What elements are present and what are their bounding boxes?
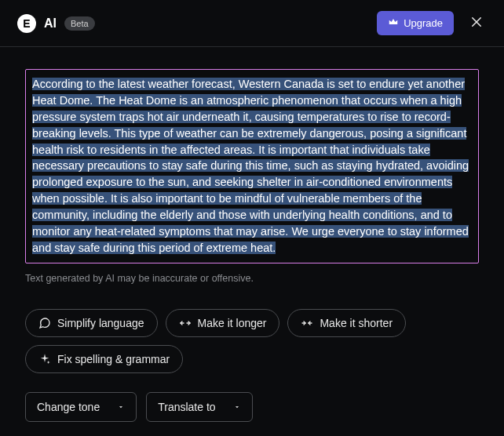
generated-text: According to the latest weather forecast… — [32, 76, 472, 256]
longer-label: Make it longer — [198, 317, 267, 329]
app-header: E AI Beta Upgrade — [0, 0, 504, 47]
close-button[interactable] — [466, 12, 487, 35]
simplify-label: Simplify language — [57, 317, 144, 329]
header-left: E AI Beta — [17, 14, 95, 33]
caret-down-icon — [117, 403, 125, 411]
header-right: Upgrade — [377, 11, 487, 35]
dropdown-row: Change tone Translate to — [25, 392, 479, 422]
elementor-logo: E — [17, 14, 36, 33]
caret-down-icon — [233, 403, 241, 411]
main-content: According to the latest weather forecast… — [0, 47, 504, 436]
simplify-language-button[interactable]: Simplify language — [25, 309, 158, 337]
fix-spelling-button[interactable]: Fix spelling & grammar — [25, 345, 183, 373]
shorter-label: Make it shorter — [320, 317, 393, 329]
logo-letter: E — [23, 17, 30, 30]
make-shorter-button[interactable]: Make it shorter — [287, 309, 406, 337]
change-tone-dropdown[interactable]: Change tone — [25, 392, 137, 422]
close-icon — [469, 15, 484, 31]
beta-badge: Beta — [64, 16, 95, 31]
collapse-horizontal-icon — [301, 317, 313, 329]
make-longer-button[interactable]: Make it longer — [166, 309, 280, 337]
expand-horizontal-icon — [179, 317, 192, 329]
upgrade-label: Upgrade — [404, 17, 443, 29]
chat-icon — [38, 317, 51, 329]
ai-label: AI — [44, 16, 57, 31]
translate-dropdown[interactable]: Translate to — [146, 392, 252, 422]
upgrade-button[interactable]: Upgrade — [377, 11, 454, 35]
spelling-label: Fix spelling & grammar — [57, 353, 170, 365]
crown-icon — [388, 16, 399, 30]
tone-label: Change tone — [37, 401, 100, 413]
sparkle-icon — [38, 353, 51, 365]
action-row-2: Fix spelling & grammar — [25, 345, 479, 373]
translate-label: Translate to — [158, 401, 215, 413]
action-row-1: Simplify language Make it longer — [25, 309, 479, 337]
disclaimer-text: Text generated by AI may be inaccurate o… — [25, 273, 479, 284]
generated-text-box[interactable]: According to the latest weather forecast… — [25, 69, 479, 263]
